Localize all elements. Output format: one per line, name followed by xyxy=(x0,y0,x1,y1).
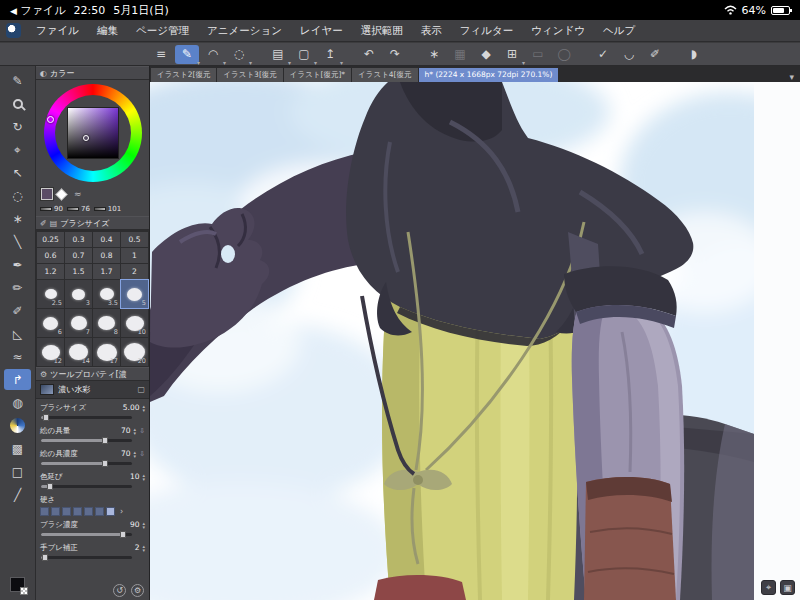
brush-size-0.4[interactable]: 0.4 xyxy=(93,232,120,247)
workspace-menu-icon[interactable]: ≡ xyxy=(149,45,173,64)
stepper-down-icon[interactable]: ▾ xyxy=(134,454,137,458)
brush-size-0.5[interactable]: 0.5 xyxy=(121,232,148,247)
rotate-view-icon[interactable]: ↻ xyxy=(4,116,31,137)
prop-paint-density-source-icon[interactable]: ⇩ xyxy=(139,450,145,458)
hardness-level-3[interactable] xyxy=(62,507,71,516)
color-slider-3[interactable]: 101 xyxy=(94,205,121,213)
hardness-level-7[interactable] xyxy=(106,507,115,516)
pen-icon[interactable]: ✒ xyxy=(4,254,31,275)
menu-file[interactable]: ファイル xyxy=(27,24,88,38)
reset-icon[interactable]: ↺ xyxy=(113,584,126,597)
brush-size-1[interactable]: 1 xyxy=(121,248,148,263)
hardness-level-5[interactable] xyxy=(84,507,93,516)
prop-color-stretch-slider[interactable] xyxy=(41,483,132,491)
prop-brush-density-stepper[interactable]: ▴▾ xyxy=(142,521,145,529)
tab-illust3[interactable]: イラスト3[復元 xyxy=(217,68,282,82)
tab-illust2[interactable]: イラスト2[復元 xyxy=(151,68,216,82)
prop-paint-amount-stepper[interactable]: ▴▾ xyxy=(134,427,137,435)
lasso-tool-icon[interactable]: ◌ xyxy=(4,185,31,206)
brush-size-0.25[interactable]: 0.25 xyxy=(37,232,64,247)
subtool-box-icon[interactable]: ✎ xyxy=(4,70,31,91)
crop-button[interactable]: ⊞▾ xyxy=(500,45,524,64)
prop-brush-density-slider[interactable] xyxy=(41,531,132,539)
snap-vector-button[interactable]: ✐ xyxy=(643,45,667,64)
menu-page-management[interactable]: ページ管理 xyxy=(127,24,198,38)
brush-size-0.8[interactable]: 0.8 xyxy=(93,248,120,263)
brush-size-0.7[interactable]: 0.7 xyxy=(65,248,92,263)
brush-size-1.7[interactable]: 1.7 xyxy=(93,264,120,279)
brush-size-3[interactable]: 3 xyxy=(65,280,92,308)
current-colors-swatch[interactable] xyxy=(10,577,25,592)
menu-edit[interactable]: 編集 xyxy=(88,24,127,38)
tab-current[interactable]: h* (2224 x 1668px 72dpi 270.1%) xyxy=(419,68,559,82)
menu-selection[interactable]: 選択範囲 xyxy=(352,24,412,38)
curve-select-button[interactable]: ◠▾ xyxy=(201,45,225,64)
clip-studio-logo-icon[interactable] xyxy=(6,23,21,38)
line-icon[interactable]: ╱ xyxy=(4,484,31,505)
color-wheel[interactable] xyxy=(36,80,149,186)
hue-cursor[interactable] xyxy=(47,116,54,123)
menu-layer[interactable]: レイヤー xyxy=(291,24,352,38)
canvas[interactable]: ⌖▣ xyxy=(150,82,800,600)
slider-knob[interactable] xyxy=(102,460,108,467)
main-color-swatch[interactable] xyxy=(41,188,53,200)
settings-icon[interactable]: ⚙ xyxy=(131,584,144,597)
tab-illust4[interactable]: イラスト4[復元 xyxy=(352,68,417,82)
canvas-artwork[interactable] xyxy=(150,82,800,600)
brush-size-0.6[interactable]: 0.6 xyxy=(37,248,64,263)
canvas-pan-icon[interactable]: ⌖ xyxy=(761,580,776,595)
gradient-icon[interactable]: ▩ xyxy=(4,438,31,459)
pencil-icon[interactable]: ✏ xyxy=(4,277,31,298)
brush-size-1.5[interactable]: 1.5 xyxy=(65,264,92,279)
hardness-level-1[interactable] xyxy=(40,507,49,516)
prop-paint-density-stepper[interactable]: ▴▾ xyxy=(134,450,137,458)
brush-size-7[interactable]: 7 xyxy=(65,309,92,337)
color-slider-2[interactable]: 76 xyxy=(67,205,90,213)
fill-tool-icon[interactable]: ◍ xyxy=(4,392,31,413)
menu-view[interactable]: 表示 xyxy=(412,24,451,38)
menu-window[interactable]: ウィンドウ xyxy=(522,24,594,38)
menu-filter[interactable]: フィルター xyxy=(451,24,522,38)
subtool-row[interactable]: 濃い水彩 ▢ xyxy=(36,381,149,399)
eyedropper-icon[interactable]: ╲ xyxy=(4,231,31,252)
balloon-button[interactable]: ◗ xyxy=(682,45,706,64)
stepper-down-icon[interactable]: ▾ xyxy=(134,431,137,435)
back-to-app[interactable]: ◀ ファイル xyxy=(10,3,65,18)
brush-size-5[interactable]: 5 xyxy=(121,280,148,308)
hardness-level-4[interactable] xyxy=(73,507,82,516)
zoom-tool-icon[interactable] xyxy=(4,93,31,114)
brush-icon[interactable]: ✐ xyxy=(4,300,31,321)
eraser-icon[interactable]: ◺ xyxy=(4,323,31,344)
stepper-down-icon[interactable]: ▾ xyxy=(142,548,145,552)
brush-size-1.2[interactable]: 1.2 xyxy=(37,264,64,279)
pen-tool-button[interactable]: ✎▾ xyxy=(175,45,199,64)
prop-brush-size-slider[interactable] xyxy=(41,414,132,422)
prop-hardness-levels[interactable]: › xyxy=(40,507,145,516)
stepper-down-icon[interactable]: ▾ xyxy=(142,477,145,481)
move-tool-icon[interactable]: ⌖ xyxy=(4,139,31,160)
tab-illust[interactable]: イラスト[復元]* xyxy=(284,68,351,82)
brush-size-10[interactable]: 10 xyxy=(121,309,148,337)
stepper-down-icon[interactable]: ▾ xyxy=(142,525,145,529)
prop-paint-density-slider[interactable] xyxy=(41,460,132,468)
brush-size-8[interactable]: 8 xyxy=(93,309,120,337)
canvas-nav-icon[interactable]: ▣ xyxy=(780,580,795,595)
transparent-color-icon[interactable]: ≈ xyxy=(74,189,82,199)
snap-ruler-button[interactable]: ✓ xyxy=(591,45,615,64)
new-canvas-button[interactable]: ▤▾ xyxy=(266,45,290,64)
menu-help[interactable]: ヘルプ xyxy=(594,24,644,38)
marquee-tool-button[interactable]: ◌▾ xyxy=(227,45,251,64)
slider-knob[interactable] xyxy=(102,437,108,444)
undo-button[interactable]: ↶ xyxy=(357,45,381,64)
brush-size-14[interactable]: 14 xyxy=(65,338,92,366)
folder-icon[interactable]: ▢ xyxy=(137,385,145,394)
figure-icon[interactable]: □ xyxy=(4,461,31,482)
brush-size-20[interactable]: 20 xyxy=(121,338,148,366)
special-wand-button[interactable]: ∗ xyxy=(422,45,446,64)
color-slider-1[interactable]: 90 xyxy=(40,205,63,213)
menu-animation[interactable]: アニメーション xyxy=(198,24,291,38)
slider-knob[interactable] xyxy=(120,531,126,538)
auto-select-icon[interactable]: ∗ xyxy=(4,208,31,229)
blend-icon[interactable]: ≈ xyxy=(4,346,31,367)
tab-list-chevron-icon[interactable]: ▾ xyxy=(783,72,800,82)
